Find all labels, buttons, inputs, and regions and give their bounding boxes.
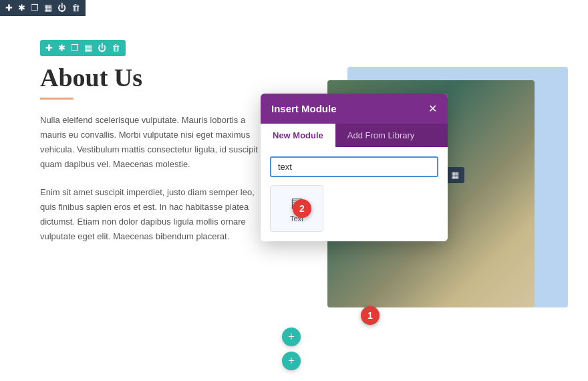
add-row-button-1[interactable]: + bbox=[282, 328, 301, 346]
dialog-header: Insert Module ✕ bbox=[261, 94, 448, 124]
tab-new-module[interactable]: New Module bbox=[261, 124, 335, 147]
tab-add-from-library[interactable]: Add From Library bbox=[335, 124, 426, 147]
gear-icon[interactable]: ✱ bbox=[58, 43, 65, 53]
trash-icon[interactable]: 🗑 bbox=[71, 3, 80, 13]
about-title: About Us bbox=[40, 64, 267, 92]
about-divider bbox=[40, 98, 74, 100]
dialog-title: Insert Module bbox=[271, 103, 337, 114]
badge-2: 2 bbox=[293, 199, 311, 218]
trash-icon[interactable]: 🗑 bbox=[112, 43, 120, 53]
add-row-button-2[interactable]: + bbox=[282, 352, 301, 370]
module-search-input[interactable] bbox=[270, 156, 438, 177]
power-icon[interactable]: ⏻ bbox=[57, 3, 66, 13]
grid-icon[interactable]: ▦ bbox=[44, 3, 52, 13]
layers-icon[interactable]: ❐ bbox=[71, 43, 79, 53]
gear-icon[interactable]: ✱ bbox=[18, 3, 25, 13]
layers-icon[interactable]: ❐ bbox=[31, 3, 39, 13]
add-icon[interactable]: ✚ bbox=[5, 3, 13, 13]
power-icon[interactable]: ⏻ bbox=[98, 43, 106, 53]
dialog-tabs: New Module Add From Library bbox=[261, 124, 448, 147]
top-toolbar[interactable]: ✚ ✱ ❐ ▦ ⏻ 🗑 bbox=[0, 0, 86, 16]
dialog-close-button[interactable]: ✕ bbox=[428, 104, 437, 114]
grid-icon[interactable]: ▦ bbox=[84, 43, 92, 53]
about-paragraph-1: Nulla eleifend scelerisque vulputate. Ma… bbox=[40, 113, 267, 172]
section-toolbar[interactable]: ✚ ✱ ❐ ▦ ⏻ 🗑 bbox=[40, 40, 126, 56]
dialog-body: ▤ Text bbox=[261, 147, 448, 241]
about-section: ✚ ✱ ❐ ▦ ⏻ 🗑 About Us Nulla eleifend scel… bbox=[40, 40, 267, 258]
about-paragraph-2: Enim sit amet suscipit imperdiet, justo … bbox=[40, 185, 267, 244]
badge-1: 1 bbox=[361, 306, 380, 325]
add-icon[interactable]: ✚ bbox=[45, 43, 53, 53]
grid-icon[interactable]: ▦ bbox=[451, 170, 459, 180]
insert-module-dialog: Insert Module ✕ New Module Add From Libr… bbox=[261, 94, 448, 241]
